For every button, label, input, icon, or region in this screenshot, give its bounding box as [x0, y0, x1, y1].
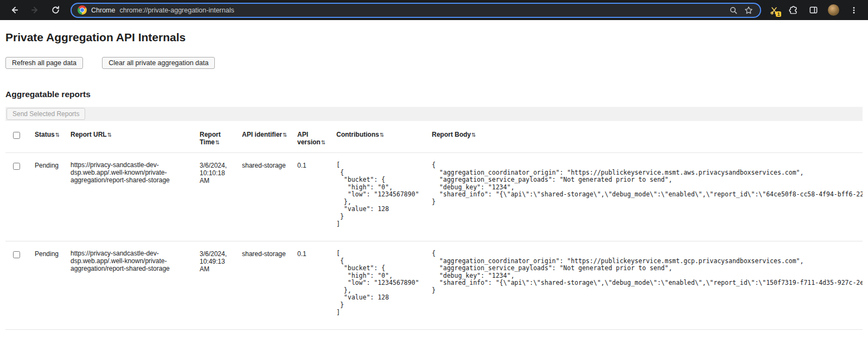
- row-checkbox-cell: [5, 153, 30, 241]
- sort-icon: ⇅: [107, 132, 112, 138]
- report-time-cell: 3/6/2024, 10:49:13 AM: [195, 241, 238, 330]
- omnibox[interactable]: Chrome chrome://private-aggregation-inte…: [71, 3, 761, 18]
- omnibox-site-label: Chrome: [91, 7, 115, 14]
- contributions-json: [ { "bucket": { "high": "0", "low": "123…: [336, 162, 423, 228]
- refresh-all-page-data-button[interactable]: Refresh all page data: [5, 57, 83, 69]
- back-icon[interactable]: [9, 5, 20, 16]
- header-status[interactable]: Status⇅: [30, 125, 66, 153]
- extensions-puzzle-icon[interactable]: [788, 5, 799, 16]
- extension-badge: 1: [776, 11, 781, 17]
- forward-icon[interactable]: [29, 5, 40, 16]
- contributions-cell: [ { "bucket": { "high": "0", "low": "123…: [332, 153, 427, 241]
- chrome-logo-icon: [78, 5, 87, 15]
- header-api-version[interactable]: API version⇅: [293, 125, 332, 153]
- api-identifier-cell: shared-storage: [238, 241, 293, 330]
- table-row: Pending https://privacy-sandcastle-dev-d…: [5, 153, 863, 241]
- browser-toolbar: Chrome chrome://private-aggregation-inte…: [0, 0, 868, 20]
- header-label: Contributions: [336, 131, 379, 138]
- api-version-cell: 0.1: [293, 241, 332, 330]
- report-time-cell: 3/6/2024, 10:10:18 AM: [195, 153, 238, 241]
- sort-icon: ⇅: [215, 139, 220, 145]
- profile-avatar[interactable]: [828, 4, 839, 16]
- header-label: Status: [35, 131, 55, 138]
- send-selected-reports-button[interactable]: Send Selected Reports: [7, 108, 85, 120]
- side-panel-icon[interactable]: [808, 5, 819, 16]
- menu-kebab-icon[interactable]: [848, 5, 859, 16]
- row-checkbox[interactable]: [13, 163, 20, 170]
- report-body-cell: { "aggregation_coordinator_origin": "htt…: [427, 153, 863, 241]
- refresh-icon[interactable]: [50, 5, 61, 16]
- sort-icon: ⇅: [283, 132, 287, 138]
- omnibox-url[interactable]: chrome://private-aggregation-internals: [119, 7, 234, 14]
- page-title: Private Aggregation API Internals: [5, 31, 863, 44]
- table-row: Pending https://privacy-sandcastle-dev-d…: [5, 241, 863, 330]
- header-label: Report URL: [71, 131, 107, 138]
- select-all-header-cell: [5, 125, 30, 153]
- sort-icon: ⇅: [380, 132, 384, 138]
- row-checkbox-cell: [5, 241, 30, 330]
- row-checkbox[interactable]: [13, 251, 20, 258]
- pinned-extension-icon[interactable]: 1: [770, 6, 778, 15]
- report-body-json: { "aggregation_coordinator_origin": "htt…: [432, 162, 858, 206]
- api-version-cell: 0.1: [293, 153, 332, 241]
- report-body-cell: { "aggregation_coordinator_origin": "htt…: [427, 241, 863, 330]
- bookmark-star-icon[interactable]: [743, 5, 754, 16]
- section-title: Aggregatable reports: [5, 90, 863, 99]
- header-report-url[interactable]: Report URL⇅: [66, 125, 195, 153]
- header-contributions[interactable]: Contributions⇅: [332, 125, 427, 153]
- toolbar-right-icons: 1: [770, 4, 859, 16]
- send-reports-toolbar: Send Selected Reports: [5, 107, 863, 121]
- api-identifier-cell: shared-storage: [238, 153, 293, 241]
- header-api-identifier[interactable]: API identifier⇅: [238, 125, 293, 153]
- page-actions: Refresh all page data Clear all private …: [5, 57, 863, 69]
- header-report-time[interactable]: Report Time⇅: [195, 125, 238, 153]
- search-icon[interactable]: [728, 5, 739, 16]
- select-all-checkbox[interactable]: [13, 132, 20, 139]
- header-label: API identifier: [242, 131, 282, 138]
- header-report-body[interactable]: Report Body⇅: [427, 125, 863, 153]
- contributions-json: [ { "bucket": { "high": "0", "low": "123…: [336, 250, 423, 316]
- table-header-row: Status⇅ Report URL⇅ Report Time⇅ API ide…: [5, 125, 863, 153]
- sort-icon: ⇅: [471, 132, 476, 138]
- nav-buttons: [9, 5, 61, 16]
- aggregatable-reports-table: Status⇅ Report URL⇅ Report Time⇅ API ide…: [5, 125, 863, 330]
- page-content: Private Aggregation API Internals Refres…: [0, 31, 868, 330]
- header-label: API version: [297, 131, 321, 146]
- status-cell: Pending: [30, 241, 66, 330]
- sort-icon: ⇅: [321, 139, 326, 145]
- contributions-cell: [ { "bucket": { "high": "0", "low": "123…: [332, 241, 427, 330]
- status-cell: Pending: [30, 153, 66, 241]
- report-url-cell: https://privacy-sandcastle-dev-dsp.web.a…: [66, 241, 195, 330]
- header-label: Report Body: [432, 131, 471, 138]
- report-url-cell: https://privacy-sandcastle-dev-dsp.web.a…: [66, 153, 195, 241]
- report-body-json: { "aggregation_coordinator_origin": "htt…: [432, 250, 858, 294]
- clear-all-private-aggregation-data-button[interactable]: Clear all private aggregation data: [102, 57, 215, 69]
- sort-icon: ⇅: [55, 132, 60, 138]
